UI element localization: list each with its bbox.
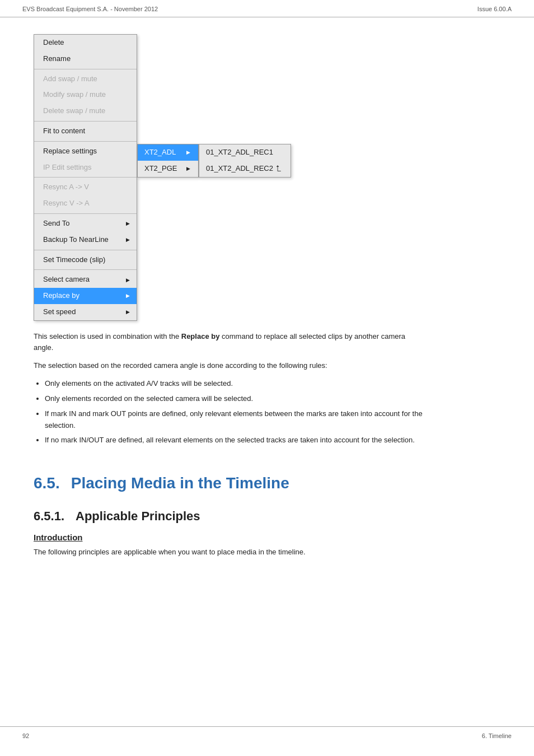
section-651-num: 6.5.1. [34, 509, 64, 524]
backup-nearline-arrow: ▶ [126, 236, 130, 244]
menu-item-replace-by[interactable]: Replace by ▶ [34, 288, 137, 304]
section-65: 6.5. Placing Media in the Timeline [34, 469, 500, 492]
cursor-icon: ⮤ [275, 163, 283, 175]
replace-by-arrow: ▶ [126, 292, 130, 300]
menu-item-replace-settings[interactable]: Replace settings [34, 143, 137, 160]
list-item: If no mark IN/OUT are defined, all relev… [45, 435, 425, 446]
submenu-item-rec1[interactable]: 01_XT2_ADL_REC1 [199, 144, 291, 161]
section-65-title: 6.5. Placing Media in the Timeline [34, 474, 500, 492]
introduction-title: Introduction [34, 533, 500, 542]
context-menu-area: Delete Rename Add swap / mute Modify swa… [34, 34, 500, 321]
xt2-pge-arrow: ▶ [186, 165, 190, 172]
menu-item-ip-edit-settings: IP Edit settings [34, 160, 137, 176]
menu-item-backup-nearline[interactable]: Backup To NearLine ▶ [34, 232, 137, 248]
submenu-item-xt2-pge[interactable]: XT2_PGE ▶ [138, 161, 198, 177]
menu-item-set-speed[interactable]: Set speed ▶ [34, 304, 137, 320]
submenu-xt2-adl: 01_XT2_ADL_REC1 01_XT2_ADL_REC2 ⮤ [199, 144, 291, 178]
xt2-adl-arrow: ▶ [186, 148, 190, 156]
introduction-body: The following principles are applicable … [34, 547, 425, 558]
section-651: 6.5.1. Applicable Principles [34, 509, 500, 524]
menu-item-send-to[interactable]: Send To ▶ [34, 216, 137, 232]
introduction-section: Introduction The following principles ar… [34, 533, 500, 558]
section-651-text: Applicable Principles [76, 509, 200, 524]
menu-item-modify-swap: Modify swap / mute [34, 87, 137, 103]
section-651-title: 6.5.1. Applicable Principles [34, 509, 500, 524]
footer-right: 6. Timeline [482, 732, 512, 739]
menus-row: Delete Rename Add swap / mute Modify swa… [34, 34, 291, 321]
menu-item-set-timecode[interactable]: Set Timecode (slip) [34, 252, 137, 268]
body-para-2: The selection based on the recorded came… [34, 360, 425, 371]
page-header: EVS Broadcast Equipment S.A. - November … [0, 0, 534, 17]
divider-2 [34, 121, 137, 122]
list-item: If mark IN and mark OUT points are defin… [45, 408, 425, 432]
divider-4 [34, 177, 137, 178]
body-para-1-text: This selection is used in combination wi… [34, 332, 181, 340]
divider-7 [34, 269, 137, 270]
divider-5 [34, 213, 137, 214]
context-menu: Delete Rename Add swap / mute Modify swa… [34, 34, 137, 321]
list-item: Only elements recorded on the selected c… [45, 393, 425, 405]
set-speed-arrow: ▶ [126, 308, 130, 316]
menu-item-rename[interactable]: Rename [34, 51, 137, 67]
divider-6 [34, 250, 137, 250]
list-item: Only elements on the activated A/V track… [45, 378, 425, 390]
menu-item-fit-to-content[interactable]: Fit to content [34, 123, 137, 139]
body-para-1: This selection is used in combination wi… [34, 331, 425, 353]
body-para-1-bold: Replace by [181, 332, 220, 340]
main-content: Delete Rename Add swap / mute Modify swa… [0, 17, 534, 576]
header-right: Issue 6.00.A [477, 6, 512, 12]
section-65-num: 6.5. [34, 474, 60, 492]
menu-item-delete[interactable]: Delete [34, 35, 137, 51]
footer-left: 92 [22, 732, 29, 739]
bullet-list: Only elements on the activated A/V track… [45, 378, 425, 446]
divider-1 [34, 69, 137, 69]
section-65-text: Placing Media in the Timeline [71, 474, 289, 492]
submenu-item-rec2[interactable]: 01_XT2_ADL_REC2 ⮤ [199, 161, 291, 177]
send-to-arrow: ▶ [126, 220, 130, 227]
page-footer: 92 6. Timeline [0, 726, 534, 745]
menu-item-delete-swap: Delete swap / mute [34, 103, 137, 119]
menu-item-resync-va: Resync V -> A [34, 195, 137, 212]
menu-item-add-swap: Add swap / mute [34, 71, 137, 87]
header-left: EVS Broadcast Equipment S.A. - November … [22, 6, 158, 12]
menu-item-resync-av: Resync A -> V [34, 179, 137, 195]
select-camera-arrow: ▶ [126, 276, 130, 284]
submenu-item-xt2-adl[interactable]: XT2_ADL ▶ [138, 144, 198, 161]
menu-item-select-camera[interactable]: Select camera ▶ [34, 272, 137, 288]
submenu-replace-by: XT2_ADL ▶ XT2_PGE ▶ [137, 144, 199, 178]
divider-3 [34, 141, 137, 142]
